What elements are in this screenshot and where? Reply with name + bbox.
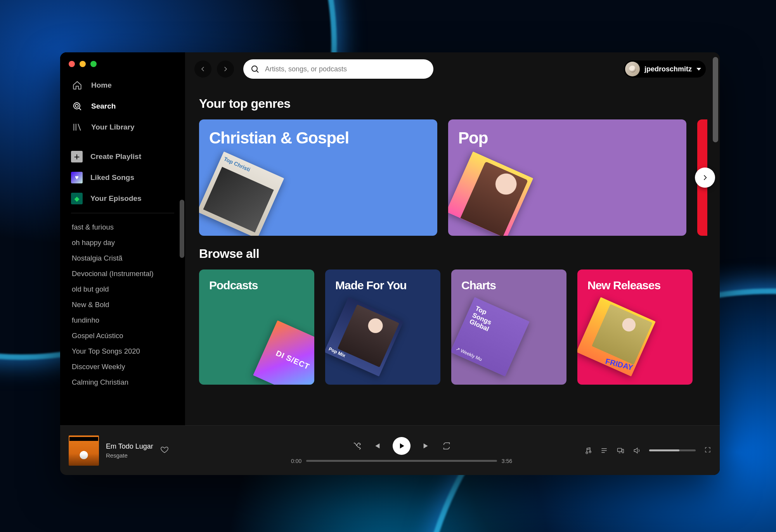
playlist-item[interactable]: Devocional (Instrumental) xyxy=(60,266,185,282)
repeat-button[interactable] xyxy=(442,442,451,450)
window-close-button[interactable] xyxy=(69,61,75,67)
playlist-item[interactable]: Gospel Acústico xyxy=(60,328,185,344)
sidebar-divider xyxy=(71,213,174,213)
like-track-button[interactable] xyxy=(160,446,169,456)
playlist-item[interactable]: fundinho xyxy=(60,313,185,328)
browse-card-title: Podcasts xyxy=(199,269,314,301)
search-icon xyxy=(250,64,260,74)
section-title-top-genres: Your top genres xyxy=(199,97,706,111)
bookmark-icon: ◆ xyxy=(71,193,83,204)
browse-card-title: Charts xyxy=(451,269,566,301)
genre-cover-art xyxy=(199,152,284,236)
app-window: Home Search Your Library xyxy=(60,52,720,475)
library-icon xyxy=(71,122,83,132)
browse-card-art xyxy=(253,320,314,385)
nav-label: Your Episodes xyxy=(90,194,142,203)
aux-controls xyxy=(572,446,711,455)
play-button[interactable] xyxy=(393,437,411,455)
svg-point-2 xyxy=(252,66,257,71)
browse-card[interactable]: Podcasts xyxy=(199,269,314,385)
nav-label: Your Library xyxy=(91,123,135,131)
search-input[interactable] xyxy=(265,65,426,73)
fullscreen-button[interactable] xyxy=(704,446,711,455)
svg-point-1 xyxy=(75,104,78,107)
chevron-right-icon xyxy=(222,66,229,73)
shuffle-button[interactable] xyxy=(352,442,361,450)
chevron-right-icon xyxy=(701,174,709,181)
search-icon xyxy=(71,101,83,111)
play-icon xyxy=(398,442,405,450)
now-playing-title[interactable]: Em Todo Lugar xyxy=(106,442,153,451)
sidebar: Home Search Your Library xyxy=(60,52,185,425)
genre-cover-art xyxy=(448,152,533,236)
avatar xyxy=(625,62,640,76)
carousel-next-button[interactable] xyxy=(695,168,715,188)
sidebar-scrollbar[interactable] xyxy=(180,200,184,258)
browse-card-title: Made For You xyxy=(325,269,440,301)
nav-library[interactable]: Your Library xyxy=(66,117,180,138)
browse-card[interactable]: Charts xyxy=(451,269,566,385)
now-playing-artist[interactable]: Resgate xyxy=(106,452,153,459)
volume-fill xyxy=(649,449,679,451)
volume-button[interactable] xyxy=(633,447,641,454)
previous-button[interactable] xyxy=(372,442,381,450)
nav-search[interactable]: Search xyxy=(66,96,180,117)
playback-controls: 0:00 3:56 xyxy=(232,437,572,464)
window-minimize-button[interactable] xyxy=(80,61,86,67)
plus-icon: + xyxy=(71,151,83,162)
content-scrollbar[interactable] xyxy=(713,57,718,142)
playlist-item[interactable]: Nostalgia Cristã xyxy=(60,250,185,266)
browse-card[interactable]: Made For You xyxy=(325,269,440,385)
your-episodes-button[interactable]: ◆ Your Episodes xyxy=(66,188,180,209)
browse-card[interactable]: New Releases xyxy=(577,269,693,385)
window-controls xyxy=(60,59,185,75)
search-field-container[interactable] xyxy=(243,59,433,79)
playlist-item[interactable]: fast & furious xyxy=(60,219,185,235)
chevron-down-icon xyxy=(696,68,701,71)
nav-forward-button[interactable] xyxy=(217,60,234,78)
nav-label: Home xyxy=(91,81,112,90)
genre-card[interactable]: Pop xyxy=(448,119,686,236)
next-button[interactable] xyxy=(422,442,431,450)
username: jpedroschmitz xyxy=(644,65,692,73)
primary-nav: Home Search Your Library xyxy=(60,75,185,138)
topbar: jpedroschmitz xyxy=(185,52,720,86)
browse-card-title: New Releases xyxy=(577,269,693,301)
home-icon xyxy=(71,80,83,90)
nav-label: Search xyxy=(91,102,116,111)
duration-time: 3:56 xyxy=(502,458,512,464)
genre-title: Pop xyxy=(448,119,686,157)
genre-card[interactable]: Christian & Gospel xyxy=(199,119,437,236)
section-title-browse-all: Browse all xyxy=(199,247,706,261)
playlist-item[interactable]: Discover Weekly xyxy=(60,359,185,375)
content-area: jpedroschmitz Your top genres Christian … xyxy=(185,52,720,425)
progress-bar[interactable] xyxy=(306,460,497,462)
playlist-item[interactable]: Your Top Songs 2020 xyxy=(60,344,185,359)
create-playlist-button[interactable]: + Create Playlist xyxy=(66,146,180,167)
nav-back-button[interactable] xyxy=(194,60,211,78)
devices-button[interactable] xyxy=(617,447,624,454)
playlist-item[interactable]: Calming Christian xyxy=(60,375,185,390)
liked-songs-button[interactable]: ♥ Liked Songs xyxy=(66,167,180,188)
volume-slider[interactable] xyxy=(649,449,696,451)
nav-home[interactable]: Home xyxy=(66,75,180,96)
queue-button[interactable] xyxy=(600,447,608,454)
playlist-list: fast & furiousoh happy dayNostalgia Cris… xyxy=(60,217,185,425)
chevron-left-icon xyxy=(199,66,206,73)
player-bar: Em Todo Lugar Resgate 0:00 xyxy=(60,425,720,475)
svg-rect-3 xyxy=(618,448,622,451)
playlist-item[interactable]: oh happy day xyxy=(60,235,185,250)
nav-label: Create Playlist xyxy=(90,152,141,161)
lyrics-button[interactable] xyxy=(584,447,592,454)
window-zoom-button[interactable] xyxy=(90,61,97,67)
playlist-item[interactable]: old but gold xyxy=(60,282,185,297)
playlist-item[interactable]: New & Bold xyxy=(60,297,185,313)
browse-card-art xyxy=(325,297,404,377)
top-genres-row: Christian & GospelPop xyxy=(199,119,706,236)
genre-title: Christian & Gospel xyxy=(199,119,437,157)
now-playing: Em Todo Lugar Resgate xyxy=(69,435,232,466)
elapsed-time: 0:00 xyxy=(291,458,301,464)
user-menu-button[interactable]: jpedroschmitz xyxy=(624,60,706,78)
now-playing-cover[interactable] xyxy=(69,435,99,466)
browse-all-row: PodcastsMade For YouChartsNew Releases xyxy=(199,269,706,385)
